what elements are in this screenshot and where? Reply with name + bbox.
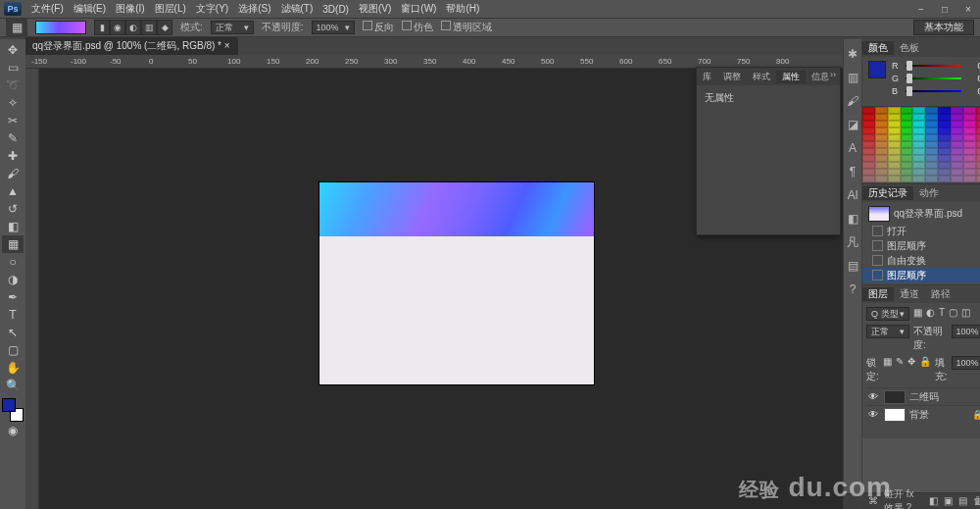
tab-close-icon[interactable]: × (224, 40, 230, 51)
hand-tool[interactable]: ✋ (2, 359, 24, 377)
workspace-switcher[interactable]: 基本功能 (913, 20, 974, 35)
gradient-tool[interactable]: ▦ (2, 235, 24, 253)
panel-collapse-icon[interactable]: ›› (830, 70, 836, 79)
menu-3d[interactable]: 3D(D) (318, 4, 353, 15)
clone-icon[interactable]: ◪ (844, 116, 861, 133)
stamp-tool[interactable]: ▲ (2, 182, 24, 200)
dither-checkbox[interactable]: 仿色 (402, 21, 433, 34)
swatch-icon[interactable]: ▥ (844, 69, 861, 86)
document-tab[interactable]: qq登录界面.psd @ 100% (二维码, RGB/8) * × (24, 37, 238, 55)
tab-adjust[interactable]: 调整 (717, 71, 747, 83)
marquee-tool[interactable]: ▭ (2, 59, 24, 76)
filter-type-icon[interactable]: T (939, 307, 945, 321)
star-icon[interactable]: ✱ (844, 45, 861, 63)
reverse-checkbox[interactable]: 反向 (363, 21, 394, 34)
g-slider[interactable] (906, 75, 961, 82)
eyedropper-tool[interactable]: ✎ (2, 129, 24, 147)
shape-tool[interactable]: ▢ (2, 341, 24, 359)
char-icon[interactable]: A (844, 139, 861, 157)
radial-gradient-icon[interactable]: ◉ (110, 20, 125, 35)
b-slider[interactable] (906, 87, 961, 95)
opacity-select[interactable]: 100%▾ (312, 21, 355, 34)
menu-layer[interactable]: 图层(L) (151, 2, 190, 16)
tab-library[interactable]: 库 (697, 71, 717, 83)
filter-pixel-icon[interactable]: ▦ (913, 307, 922, 321)
eraser-tool[interactable]: ◧ (2, 218, 24, 235)
transparency-checkbox[interactable]: 透明区域 (441, 21, 492, 34)
tab-layers[interactable]: 图层 (862, 287, 894, 301)
angle-gradient-icon[interactable]: ◐ (125, 20, 141, 35)
menu-type[interactable]: 文字(Y) (192, 2, 232, 16)
brush-panel-icon[interactable]: 🖌 (844, 92, 861, 110)
menu-view[interactable]: 视图(V) (355, 2, 395, 16)
foreground-color-chip[interactable] (2, 398, 16, 412)
path-select-tool[interactable]: ↖ (2, 324, 24, 341)
quickmask-toggle[interactable]: ◉ (2, 422, 24, 439)
para-icon[interactable]: ¶ (844, 163, 861, 180)
close-button[interactable]: × (962, 4, 974, 15)
diamond-gradient-icon[interactable]: ◆ (157, 20, 172, 35)
tab-actions[interactable]: 动作 (913, 186, 945, 200)
menu-window[interactable]: 窗口(W) (397, 2, 440, 16)
lock-pixel-icon[interactable]: ✎ (896, 356, 904, 383)
group-icon[interactable]: ▣ (944, 495, 953, 506)
filter-shape-icon[interactable]: ▢ (949, 307, 957, 321)
linear-gradient-icon[interactable]: ▮ (94, 20, 110, 35)
tab-swatches[interactable]: 色板 (894, 41, 925, 55)
eye-icon[interactable]: 👁 (866, 409, 880, 420)
wand-tool[interactable]: ✧ (2, 94, 24, 112)
history-item[interactable]: 图层顺序 (862, 238, 980, 253)
minimize-button[interactable]: − (915, 4, 927, 15)
tab-channels[interactable]: 通道 (894, 287, 925, 301)
layer-blend-select[interactable]: 正常▾ (866, 325, 909, 338)
pen-tool[interactable]: ✒ (2, 288, 24, 306)
layer-kind-select[interactable]: Q 类型▾ (866, 307, 909, 321)
maximize-button[interactable]: □ (939, 4, 951, 15)
help-icon[interactable]: ? (844, 280, 861, 298)
history-item[interactable]: 打开 (862, 224, 980, 238)
heal-tool[interactable]: ✚ (2, 147, 24, 165)
notes-icon[interactable]: ▤ (844, 257, 861, 275)
layer-row[interactable]: 👁二维码 (866, 387, 980, 405)
tab-style[interactable]: 样式 (747, 71, 776, 83)
menu-file[interactable]: 文件(F) (27, 2, 68, 16)
brush-tool[interactable]: 🖌 (2, 165, 24, 182)
gradient-preview[interactable] (35, 21, 86, 34)
lasso-tool[interactable]: ➰ (2, 76, 24, 94)
layer-opacity-select[interactable]: 100% (952, 325, 980, 338)
delete-layer-icon[interactable]: 🗑 (973, 495, 980, 506)
layer-fill-select[interactable]: 100% (952, 356, 980, 370)
lock-all-icon[interactable]: 🔒 (919, 356, 931, 383)
reflected-gradient-icon[interactable]: ▥ (141, 20, 157, 35)
lock-trans-icon[interactable]: ▦ (883, 356, 892, 383)
zoom-tool[interactable]: 🔍 (2, 377, 24, 394)
menu-help[interactable]: 帮助(H) (442, 2, 483, 16)
history-item[interactable]: 自由变换 (862, 253, 980, 268)
history-brush-tool[interactable]: ↺ (2, 200, 24, 218)
glyph-icon[interactable]: Al (844, 186, 861, 204)
measure-icon[interactable]: 凡 (844, 233, 861, 251)
blend-mode-select[interactable]: 正常▾ (211, 21, 254, 34)
dodge-tool[interactable]: ◑ (2, 271, 24, 288)
tab-color[interactable]: 颜色 (862, 41, 894, 55)
canvas[interactable] (319, 182, 594, 384)
menu-image[interactable]: 图像(I) (112, 2, 148, 16)
menu-filter[interactable]: 滤镜(T) (277, 2, 318, 16)
layer-row[interactable]: 👁背景🔒 (866, 405, 980, 423)
menu-edit[interactable]: 编辑(E) (70, 2, 110, 16)
tab-paths[interactable]: 路径 (925, 287, 956, 301)
crop-tool[interactable]: ✂ (2, 112, 24, 129)
mask-icon[interactable]: ◧ (929, 495, 938, 506)
tab-history[interactable]: 历史记录 (862, 186, 913, 200)
eye-icon[interactable]: 👁 (866, 391, 880, 402)
lock-pos-icon[interactable]: ✥ (907, 356, 915, 383)
gradient-tool-icon[interactable]: ▦ (6, 19, 27, 36)
new-layer-icon[interactable]: ▤ (958, 495, 967, 506)
r-slider[interactable] (906, 62, 961, 70)
filter-smart-icon[interactable]: ◫ (961, 307, 970, 321)
nav-icon[interactable]: ◧ (844, 210, 861, 228)
color-fg-chip[interactable] (868, 61, 886, 78)
type-tool[interactable]: T (2, 306, 24, 324)
properties-panel[interactable]: 库 调整 样式 属性 信息 ›› 无属性 (696, 67, 841, 235)
tab-properties[interactable]: 属性 (776, 71, 806, 83)
